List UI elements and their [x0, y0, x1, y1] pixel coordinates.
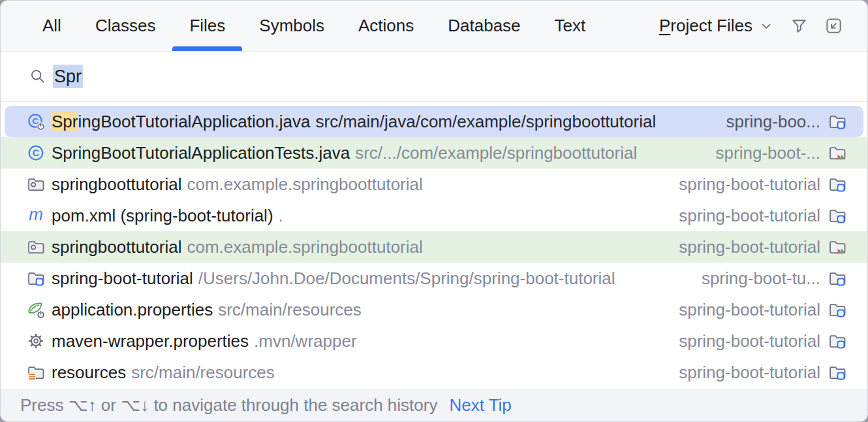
result-name: springboottutorial [52, 237, 181, 257]
gear-icon [27, 332, 45, 350]
tab-actions[interactable]: Actions [341, 1, 431, 51]
open-in-window-button[interactable] [825, 17, 843, 35]
next-tip-link[interactable]: Next Tip [449, 395, 511, 415]
module-name: spring-boot-... [700, 143, 820, 163]
spring-boot-icon [27, 300, 45, 319]
result-name: application.properties [52, 300, 213, 320]
module-folder-icon [828, 269, 846, 287]
result-text: SpringBootTutorialApplicationTests.javas… [52, 143, 637, 163]
module-folder-icon [828, 332, 846, 350]
search-icon [29, 68, 46, 85]
svg-text:C: C [33, 148, 40, 158]
tab-label: Classes [95, 16, 155, 36]
result-name: resources [52, 363, 126, 383]
result-path: /Users/John.Doe/Documents/Spring/spring-… [198, 268, 615, 289]
search-input[interactable]: Spr [1, 52, 867, 102]
module-name: spring-boot-tutorial [663, 300, 820, 320]
result-path: com.example.springboottutorial [187, 237, 422, 257]
result-row[interactable]: mpom.xml (spring-boot-tutorial).spring-b… [1, 200, 867, 231]
module-name: spring-boot-tutorial [663, 206, 820, 226]
result-row[interactable]: springboottutorialcom.example.springboot… [1, 231, 867, 263]
result-path: src/main/resources [131, 363, 275, 383]
hint-bar: Press ⌥↑ or ⌥↓ to navigate through the s… [1, 389, 867, 421]
tab-label: Database [448, 16, 520, 36]
result-row[interactable]: springboottutorialcom.example.springboot… [1, 169, 867, 200]
resources-folder-icon [27, 363, 45, 381]
tab-label: All [42, 16, 61, 36]
result-text: SpringBootTutorialApplication.javasrc/ma… [52, 112, 656, 132]
result-path: .mvn/wrapper [254, 331, 357, 351]
module-name: spring-boot-tu... [686, 268, 820, 289]
result-path: src/main/java/com/example/springboottuto… [316, 112, 657, 132]
class-icon: C [27, 144, 45, 162]
module-folder-icon [828, 175, 846, 193]
header-actions: Project Files [659, 1, 843, 51]
module-name: spring-boot-tutorial [663, 363, 820, 383]
result-text: maven-wrapper.properties.mvn/wrapper [52, 331, 357, 351]
filter-icon [790, 17, 808, 35]
result-row[interactable]: spring-boot-tutorial/Users/John.Doe/Docu… [1, 263, 867, 294]
open-in-window-icon [825, 17, 843, 35]
scope-label: Project Files [659, 16, 752, 36]
result-name: spring-boot-tutorial [52, 268, 193, 289]
chevron-down-icon [759, 19, 773, 33]
results-list: CSpringBootTutorialApplication.javasrc/m… [1, 102, 867, 389]
test-folder-icon [828, 238, 846, 256]
result-path: src/.../com/example/springboottutorial [355, 143, 637, 163]
class-run-icon: C [27, 112, 45, 131]
module-folder-icon [828, 363, 846, 381]
module-folder-icon [828, 112, 846, 131]
result-text: springboottutorialcom.example.springboot… [52, 174, 423, 195]
filter-button[interactable] [790, 17, 808, 35]
module-folder-icon [828, 300, 846, 319]
search-query: Spr [53, 67, 83, 87]
tab-label: Actions [358, 16, 414, 36]
search-everywhere-dialog: AllClassesFilesSymbolsActionsDatabaseTex… [0, 0, 868, 422]
tab-symbols[interactable]: Symbols [242, 1, 341, 51]
result-path: . [279, 206, 283, 226]
result-name: pom.xml (spring-boot-tutorial) [52, 206, 273, 226]
result-name: SpringBootTutorialApplicationTests.java [52, 143, 350, 163]
tab-classes[interactable]: Classes [78, 1, 172, 51]
result-row[interactable]: application.propertiessrc/main/resources… [1, 294, 867, 325]
test-folder-icon [828, 144, 846, 162]
tab-label: Text [555, 16, 586, 36]
svg-text:m: m [29, 206, 43, 224]
module-folder-icon [27, 269, 45, 287]
result-row[interactable]: maven-wrapper.properties.mvn/wrapperspri… [1, 325, 867, 357]
module-folder-icon [828, 206, 846, 225]
tab-all[interactable]: All [25, 1, 78, 51]
result-text: springboottutorialcom.example.springboot… [52, 237, 423, 257]
result-path: com.example.springboottutorial [187, 174, 422, 195]
tab-files[interactable]: Files [172, 1, 242, 51]
result-row[interactable]: CSpringBootTutorialApplication.javasrc/m… [5, 106, 863, 137]
module-name: spring-boot-tutorial [663, 174, 820, 195]
result-text: application.propertiessrc/main/resources [52, 300, 362, 320]
result-name: springboottutorial [52, 174, 181, 195]
match-highlight: Spr [52, 112, 78, 132]
module-name: spring-boot-tutorial [663, 237, 820, 257]
result-name: maven-wrapper.properties [52, 331, 249, 351]
maven-icon: m [27, 206, 45, 225]
result-row[interactable]: resourcessrc/main/resourcesspring-boot-t… [1, 357, 867, 388]
result-row[interactable]: CSpringBootTutorialApplicationTests.java… [1, 137, 867, 169]
tab-bar: AllClassesFilesSymbolsActionsDatabaseTex… [1, 1, 867, 52]
hint-text: Press ⌥↑ or ⌥↓ to navigate through the s… [20, 395, 437, 415]
tab-database[interactable]: Database [431, 1, 537, 51]
result-text: pom.xml (spring-boot-tutorial). [52, 206, 283, 226]
scope-selector[interactable]: Project Files [659, 16, 773, 36]
tab-label: Files [189, 16, 225, 36]
tab-label: Symbols [259, 16, 324, 36]
module-name: spring-boot-tutorial [663, 331, 820, 351]
result-name: ingBootTutorialApplication.java [78, 112, 310, 132]
result-text: spring-boot-tutorial/Users/John.Doe/Docu… [52, 268, 615, 289]
result-text: resourcessrc/main/resources [52, 363, 275, 383]
module-name: spring-boo... [710, 112, 820, 132]
result-path: src/main/resources [218, 300, 362, 320]
package-icon [27, 238, 45, 256]
package-icon [27, 175, 45, 193]
tab-text[interactable]: Text [538, 1, 603, 51]
